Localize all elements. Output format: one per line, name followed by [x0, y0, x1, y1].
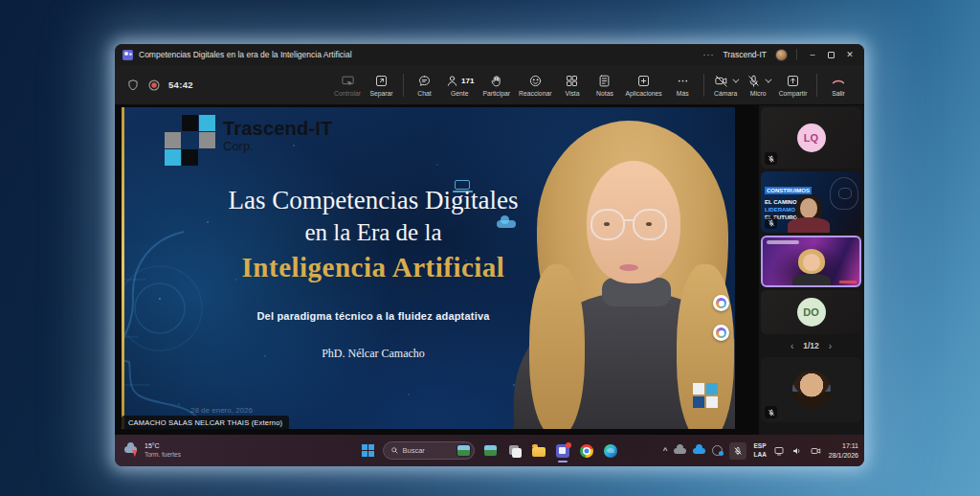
floating-reaction-button[interactable] — [713, 295, 729, 311]
account-name[interactable]: Trascend-IT — [723, 50, 767, 59]
language-indicator[interactable]: ESP LAA — [753, 442, 766, 459]
participant-tile-video[interactable]: CONSTRUIMOS EL CAMINO LIDERAMOS EL FUTUR… — [761, 171, 861, 233]
presenter-glasses-bridge — [624, 219, 634, 222]
control-icon — [341, 74, 355, 89]
apps-icon — [636, 74, 651, 89]
chat-icon — [417, 74, 432, 89]
copy-app-icon[interactable] — [507, 443, 523, 459]
raise-hand-icon — [489, 74, 503, 89]
trascend-logo: Trascend-IT Corp. — [165, 115, 332, 166]
logo-subtitle: Corp. — [223, 140, 332, 152]
mic-off-icon — [746, 74, 761, 88]
participant-tile-photo[interactable] — [761, 357, 861, 422]
toolbar-buttons: Controlar Separar Chat — [330, 72, 855, 99]
tray-muted-mic-button[interactable] — [729, 442, 746, 460]
meeting-stage-area: Trascend-IT Corp. Las Competencias Digit… — [115, 105, 864, 435]
camera-chevron-icon[interactable] — [733, 77, 740, 83]
more-icon — [676, 74, 690, 89]
titlebar-more-icon[interactable]: ··· — [702, 50, 714, 59]
participants-rail: LQ CONSTRUIMOS EL CAMINO LIDERAMOS EL FU… — [759, 105, 864, 435]
onedrive-icon[interactable] — [693, 448, 705, 454]
people-count-badge: 171 — [461, 77, 474, 85]
toolbar-divider — [703, 74, 704, 97]
notes-icon — [597, 74, 612, 89]
presenter-lips — [619, 264, 638, 271]
next-page-arrow[interactable]: › — [829, 341, 832, 351]
windows-start-button[interactable] — [362, 444, 374, 457]
maximize-button[interactable] — [828, 52, 835, 58]
slide-gold-accent-bar — [122, 107, 124, 429]
rail-pagination: ‹ 1/12 › — [761, 337, 861, 354]
active-speaker-person — [792, 249, 831, 287]
lion-wireframe-decoration — [830, 177, 858, 210]
hidden-icons-chevron[interactable]: ^ — [663, 446, 668, 455]
more-button[interactable]: Más — [666, 72, 699, 99]
muted-mic-icon — [765, 216, 777, 229]
titlebar-separator — [796, 49, 797, 60]
prev-page-arrow[interactable]: ‹ — [791, 341, 793, 351]
cast-screen-icon[interactable] — [773, 445, 785, 457]
share-icon — [786, 74, 800, 89]
file-explorer-icon[interactable] — [531, 443, 546, 459]
video-caption-decoration — [839, 281, 857, 283]
shield-icon — [126, 79, 140, 92]
react-icon — [528, 74, 543, 89]
raise-hand-button[interactable]: Participar — [479, 72, 515, 99]
mic-button[interactable]: Micro — [742, 72, 774, 99]
participant-tile-do[interactable]: DO — [761, 290, 861, 334]
view-button[interactable]: Vista — [556, 72, 589, 99]
clock-date: 28/1/2026 — [829, 451, 858, 460]
toolbar-divider — [403, 74, 404, 97]
close-button[interactable]: ✕ — [843, 50, 857, 59]
presenter-eye — [604, 222, 610, 226]
video-camera-icon[interactable] — [810, 445, 822, 457]
teams-taskbar-icon[interactable] — [555, 443, 570, 459]
floating-cameo-button[interactable] — [713, 325, 729, 341]
leave-button[interactable]: Salir — [822, 72, 855, 99]
taskbar-weather-widget[interactable]: 15°C Torm. fuertes — [124, 435, 181, 466]
account-avatar[interactable] — [775, 49, 788, 61]
speaker-icon[interactable] — [791, 445, 803, 457]
active-speaker-tile[interactable] — [761, 236, 861, 287]
search-icon — [390, 446, 399, 455]
react-button[interactable]: Reaccionar — [515, 72, 556, 99]
popout-button[interactable]: Separar — [366, 72, 398, 99]
widgets-app-icon[interactable] — [483, 443, 499, 459]
people-button[interactable]: 171 Gente — [441, 72, 479, 99]
minimize-button[interactable]: – — [806, 50, 819, 59]
weather-description: Torm. fuertes — [145, 451, 181, 459]
participant-tile-lq[interactable]: LQ — [761, 107, 861, 169]
taskbar-center-icons: Buscar — [362, 435, 618, 466]
chrome-icon[interactable] — [579, 443, 594, 459]
control-button[interactable]: Controlar — [330, 72, 366, 99]
mic-chevron-icon[interactable] — [766, 77, 772, 83]
cloud-sync-icon[interactable] — [674, 448, 686, 454]
meeting-timer: 54:42 — [168, 79, 193, 90]
presentation-slide: Trascend-IT Corp. Las Competencias Digit… — [122, 107, 735, 429]
leave-call-icon — [831, 74, 846, 89]
sync-status-icon[interactable] — [712, 445, 723, 456]
notes-button[interactable]: Notas — [589, 72, 621, 99]
share-button[interactable]: Compartir — [774, 72, 812, 99]
chat-button[interactable]: Chat — [409, 72, 441, 99]
people-icon — [445, 74, 459, 88]
notification-badge — [566, 442, 571, 448]
view-icon — [565, 74, 579, 89]
apps-button[interactable]: Aplicaciones — [621, 72, 666, 99]
edge-icon[interactable] — [603, 443, 618, 459]
muted-mic-icon — [765, 152, 777, 165]
cameo-emoji-icon — [716, 327, 726, 338]
presenter-name-label: CAMACHO SALAS NELCAR THAIS (Externo) — [122, 416, 289, 430]
system-tray: ^ ESP LAA 17:11 28/1/2026 — [663, 435, 858, 466]
camera-button[interactable]: Cámara — [709, 72, 742, 99]
camera-off-icon — [714, 74, 728, 88]
popout-icon — [374, 74, 389, 89]
window-title: Competencias Digitales en la era de la I… — [139, 50, 352, 59]
slide-date: 28 de enero, 2026 — [190, 406, 253, 415]
running-app-indicator — [558, 461, 568, 462]
participant-video-person — [788, 194, 830, 233]
taskbar-clock[interactable]: 17:11 28/1/2026 — [829, 441, 858, 459]
video-watermark-decoration — [767, 240, 799, 244]
taskbar-search-box[interactable]: Buscar — [383, 441, 475, 460]
shared-screen-stage: Trascend-IT Corp. Las Competencias Digit… — [115, 105, 759, 435]
